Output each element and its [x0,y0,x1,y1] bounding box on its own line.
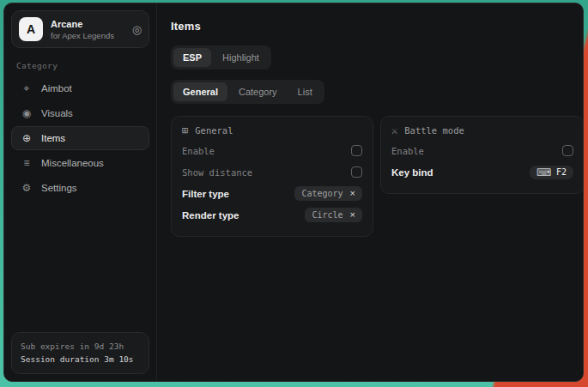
general-card-header: ⊞ General [182,125,362,136]
app-logo: A [19,17,43,41]
eye-icon: ◉ [21,108,33,118]
show-distance-checkbox[interactable] [351,166,362,178]
sliders-icon: ≡ [21,158,33,168]
mode-option-esp[interactable]: ESP [173,48,211,67]
app-window: A Arcane for Apex Legends ◎ Category ⌖ A… [3,3,584,382]
filter-type-value: Category [301,189,342,198]
sidebar-item-label: Items [41,133,65,143]
page-title: Items [171,20,584,33]
subscription-status-card: Sub expires in 9d 23h Session duration 3… [11,332,149,374]
close-icon[interactable]: × [350,210,355,220]
sub-expires-text: Sub expires in 9d 23h [21,340,140,354]
lifebuoy-icon[interactable]: ◎ [132,24,142,35]
app-logo-card: A Arcane for Apex Legends ◎ [11,10,149,48]
tab-bar-row: General Category List [171,80,584,104]
app-title: Arcane [51,19,114,29]
tab-general[interactable]: General [173,82,227,101]
setting-row-filter-type: Filter type Category × [182,183,362,204]
settings-cards: ⊞ General Enable Show distance Filter ty… [171,116,584,237]
session-duration-text: Session duration 3m 10s [21,353,140,366]
setting-row-show-distance: Show distance [182,161,362,183]
package-icon: ⊕ [21,133,33,143]
mode-switch: ESP Highlight [171,45,271,70]
sidebar-item-label: Miscellaneous [41,158,104,168]
setting-label: Show distance [182,167,252,178]
key-bind-button[interactable]: ⌨ F2 [530,166,573,179]
setting-label: Key bind [391,167,433,178]
battle-mode-card: ⚔ Battle mode Enable Key bind ⌨ F2 [380,116,584,194]
setting-label: Filter type [182,189,229,199]
sidebar-section-label: Category [16,61,144,70]
keyboard-icon: ⌨ [536,167,551,178]
battle-mode-card-header: ⚔ Battle mode [391,125,573,136]
battle-enable-checkbox[interactable] [562,145,573,156]
sidebar-item-label: Settings [41,183,77,193]
setting-row-key-bind: Key bind ⌨ F2 [391,161,573,183]
desktop-background: A Arcane for Apex Legends ◎ Category ⌖ A… [0,0,588,387]
mode-switch-row: ESP Highlight [171,45,584,70]
tab-category[interactable]: Category [229,82,287,101]
tab-bar: General Category List [171,80,324,104]
setting-row-render-type: Render type Circle × [182,204,362,226]
filter-type-select[interactable]: Category × [294,186,362,201]
general-card: ⊞ General Enable Show distance Filter ty… [171,116,373,237]
app-subtitle: for Apex Legends [51,31,114,40]
sidebar-nav: ⌖ Aimbot ◉ Visuals ⊕ Items ≡ Miscellaneo… [11,76,149,200]
mode-option-highlight[interactable]: Highlight [213,48,269,67]
setting-row-enable: Enable [391,140,573,161]
setting-label: Enable [182,146,215,156]
app-logo-text: Arcane for Apex Legends [51,19,114,40]
sidebar-item-settings[interactable]: ⚙ Settings [11,176,149,200]
sidebar-item-label: Visuals [41,108,73,118]
card-title: Battle mode [404,125,464,136]
scan-grid-icon: ⊞ [182,125,188,136]
close-icon[interactable]: × [350,189,355,198]
enable-checkbox[interactable] [351,145,362,156]
tab-list[interactable]: List [288,82,322,101]
sidebar: A Arcane for Apex Legends ◎ Category ⌖ A… [4,3,157,381]
sidebar-item-visuals[interactable]: ◉ Visuals [11,101,149,125]
render-type-select[interactable]: Circle × [305,208,362,222]
card-title: General [195,125,233,136]
key-bind-value: F2 [556,167,567,177]
sidebar-item-label: Aimbot [41,83,72,94]
setting-label: Render type [182,210,239,221]
main-content: Items ESP Highlight General Category Lis… [157,3,584,381]
sidebar-item-aimbot[interactable]: ⌖ Aimbot [11,76,149,100]
sidebar-item-miscellaneous[interactable]: ≡ Miscellaneous [11,151,149,175]
setting-row-enable: Enable [182,140,362,161]
gear-icon: ⚙ [21,183,33,193]
sidebar-item-items[interactable]: ⊕ Items [11,126,149,150]
swords-icon: ⚔ [391,125,397,136]
render-type-value: Circle [312,210,342,220]
crosshair-icon: ⌖ [21,83,33,94]
setting-label: Enable [391,146,424,156]
